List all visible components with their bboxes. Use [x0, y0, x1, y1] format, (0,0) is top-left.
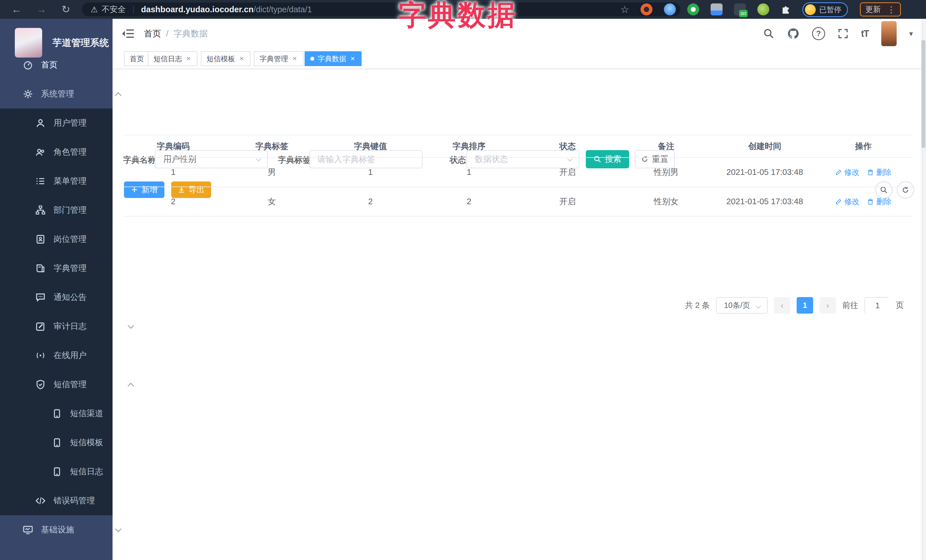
goto-page-input-field[interactable]	[865, 298, 890, 314]
close-icon[interactable]	[186, 56, 192, 62]
close-icon[interactable]	[350, 56, 356, 62]
on-badge: on	[739, 10, 747, 17]
prev-page-button[interactable]: ‹	[774, 297, 790, 314]
trash-icon	[867, 198, 874, 205]
sidebar-item-infrastructure[interactable]: 基础设施	[0, 515, 135, 544]
edit-pencil-icon	[835, 169, 842, 176]
cell-sort: 2	[420, 187, 518, 216]
edit-link-label: 修改	[844, 196, 859, 207]
browser-toolbar: ← → ↻ ⌂ ⚠ 不安全 dashboard.yudao.iocoder.cn…	[0, 0, 926, 19]
url-host: dashboard.yudao.iocoder.cn	[141, 5, 254, 14]
sidebar-item-label: 字典管理	[54, 263, 86, 274]
back-icon[interactable]: ←	[11, 0, 22, 19]
column-header: 状态	[518, 135, 617, 157]
address-bar[interactable]: ⚠ 不安全 dashboard.yudao.iocoder.cn /dict/t…	[82, 3, 680, 16]
edit-link-label: 修改	[844, 167, 859, 177]
sidebar-item-system-management[interactable]: 系统管理	[0, 80, 135, 109]
blue-gem-ext-icon[interactable]	[664, 3, 676, 15]
fullscreen-icon[interactable]	[838, 28, 849, 39]
reload-icon[interactable]: ↻	[62, 0, 70, 19]
dropdown-caret-icon[interactable]: ▾	[909, 29, 913, 38]
url-path: /dict/type/data/1	[254, 5, 312, 14]
sidebar-item-user-management[interactable]: 用户管理	[0, 109, 148, 137]
on-badge-ext-icon[interactable]: on	[734, 3, 746, 15]
orange-ext-icon[interactable]	[640, 3, 652, 15]
sidebar-item-label: 短信管理	[54, 379, 86, 390]
chevron-up-icon	[115, 92, 122, 99]
sidebar-item-online-users[interactable]: 在线用户	[0, 341, 148, 370]
sidebar-item-label: 通知公告	[54, 292, 86, 303]
scrollbar-thumb[interactable]	[921, 40, 925, 148]
tab-home[interactable]: 首页	[124, 51, 150, 66]
sidebar-item-audit-log[interactable]: 审计日志	[0, 312, 148, 341]
sidebar-item-menu-management[interactable]: 菜单管理	[0, 167, 148, 196]
tab-label: 短信模板	[207, 54, 235, 63]
cell-value: 1	[321, 158, 420, 187]
screen: ← → ↻ ⌂ ⚠ 不安全 dashboard.yudao.iocoder.cn…	[0, 0, 926, 560]
green-check-ext-icon[interactable]	[687, 3, 699, 15]
delete-link-label: 删除	[876, 196, 891, 207]
page-size-value: 10条/页	[724, 300, 750, 311]
cell-value: 2	[321, 187, 420, 216]
help-icon[interactable]: ?	[812, 27, 825, 40]
update-button[interactable]: 更新 ⋮	[860, 2, 901, 17]
breadcrumb-current: 字典数据	[174, 28, 208, 39]
users-icon	[35, 147, 45, 157]
edit-link[interactable]: 修改	[835, 167, 859, 177]
goto-page-input[interactable]	[864, 297, 890, 314]
kebab-menu-icon[interactable]: ⋮	[887, 5, 896, 15]
sidebar-item-dict-management[interactable]: 字典管理	[0, 254, 148, 283]
edit-link[interactable]: 修改	[835, 196, 859, 207]
sidebar-item-label: 首页	[41, 59, 57, 71]
tab-dict-management[interactable]: 字典管理	[254, 51, 303, 66]
leaf-ext-icon[interactable]	[757, 3, 769, 15]
phone-icon	[52, 409, 62, 419]
sidebar-item-sms-channel[interactable]: 短信渠道	[0, 399, 164, 428]
breadcrumb-separator: /	[166, 29, 168, 38]
bookmark-star-icon[interactable]: ☆	[620, 0, 629, 19]
pagination: 共 2 条 10条/页 ‹ 1 › 前往 页	[685, 297, 904, 314]
forward-icon[interactable]: →	[36, 0, 47, 19]
scrollbar-track	[921, 19, 926, 560]
font-size-icon[interactable]: tT	[861, 28, 869, 39]
tab-sms-template[interactable]: 短信模板	[201, 51, 250, 66]
page-number-1[interactable]: 1	[797, 297, 813, 314]
sidebar-item-post-management[interactable]: 岗位管理	[0, 225, 148, 254]
sidebar-item-role-management[interactable]: 角色管理	[0, 137, 148, 167]
tab-dict-data[interactable]: 字典数据	[304, 51, 362, 66]
sidebar-item-sms-template[interactable]: 短信模板	[0, 428, 164, 457]
sidebar-item-notice[interactable]: 通知公告	[0, 283, 148, 312]
delete-link[interactable]: 删除	[867, 196, 891, 207]
delete-link[interactable]: 删除	[867, 167, 891, 177]
sidebar: 芋道管理系统 首页 系统管理 用户管理 角色管理 菜单管理 部门管理	[0, 19, 112, 560]
sidebar-item-label: 部门管理	[54, 205, 86, 216]
next-page-button[interactable]: ›	[819, 297, 836, 314]
sidebar-item-label: 角色管理	[54, 146, 86, 158]
chevron-up-icon	[128, 383, 134, 389]
sidebar-item-label: 审计日志	[54, 321, 86, 332]
trash-icon	[867, 169, 874, 176]
user-avatar[interactable]	[881, 21, 897, 46]
tab-label: 字典管理	[260, 54, 288, 63]
tab-label: 字典数据	[318, 54, 346, 63]
cell-status: 开启	[518, 187, 617, 216]
puzzle-extensions-icon[interactable]	[781, 4, 792, 15]
close-icon[interactable]	[239, 56, 245, 62]
browser-profile-chip[interactable]: 已暂停	[802, 2, 848, 17]
sidebar-item-error-code[interactable]: 错误码管理	[0, 486, 148, 515]
profile-emoji-avatar	[805, 4, 816, 15]
sidebar-item-sms-log[interactable]: 短信日志	[0, 457, 164, 486]
tab-sms-log[interactable]: 短信日志	[148, 51, 197, 66]
badge-icon	[35, 234, 45, 245]
github-icon[interactable]	[787, 27, 799, 40]
header-search-icon[interactable]	[763, 28, 775, 39]
tabs-ext-icon[interactable]	[711, 3, 723, 15]
breadcrumb-root[interactable]: 首页	[144, 28, 161, 39]
page-size-select[interactable]: 10条/页	[716, 297, 767, 314]
sidebar-item-dept-management[interactable]: 部门管理	[0, 196, 148, 225]
security-label[interactable]: 不安全	[102, 4, 126, 15]
collapse-sidebar-icon[interactable]	[122, 28, 135, 39]
sidebar-item-sms-management[interactable]: 短信管理	[0, 370, 148, 399]
dashboard-icon	[23, 60, 33, 70]
close-icon[interactable]	[292, 56, 298, 62]
